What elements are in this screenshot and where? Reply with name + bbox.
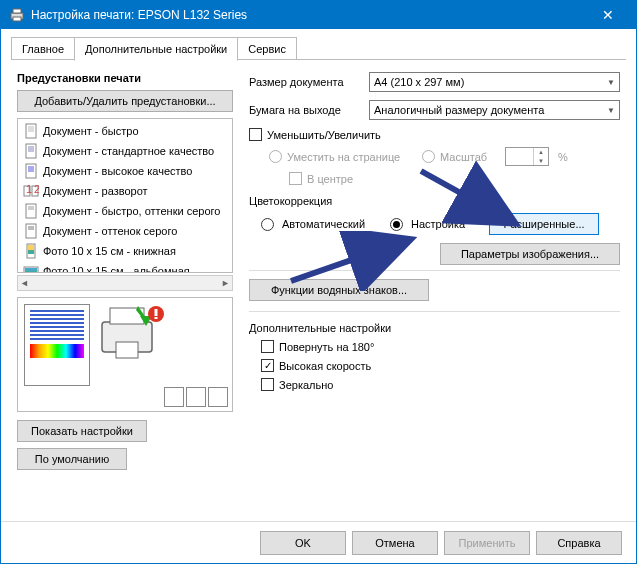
output-paper-select[interactable]: Аналогичный размеру документа▼ bbox=[369, 100, 620, 120]
layout-icon-1[interactable] bbox=[164, 387, 184, 407]
add-remove-presets-button[interactable]: Добавить/Удалить предустановки... bbox=[17, 90, 233, 112]
svg-rect-19 bbox=[26, 204, 36, 218]
show-settings-button[interactable]: Показать настройки bbox=[17, 420, 147, 442]
svg-rect-30 bbox=[25, 271, 37, 273]
scroll-left-icon[interactable]: ◄ bbox=[20, 278, 29, 288]
preset-item[interactable]: Документ - высокое качество bbox=[20, 161, 230, 181]
ok-button[interactable]: OK bbox=[260, 531, 346, 555]
custom-color-radio[interactable] bbox=[390, 218, 403, 231]
layout-icon-3[interactable] bbox=[208, 387, 228, 407]
preset-item[interactable]: Документ - стандартное качество bbox=[20, 141, 230, 161]
doc-size-select[interactable]: A4 (210 x 297 мм)▼ bbox=[369, 72, 620, 92]
photo-landscape-icon bbox=[23, 263, 39, 273]
extra-settings-label: Дополнительные настройки bbox=[249, 322, 620, 334]
preset-item[interactable]: Фото 10 x 15 см - книжная bbox=[20, 241, 230, 261]
reduce-enlarge-checkbox[interactable] bbox=[249, 128, 262, 141]
doc-size-label: Размер документа bbox=[249, 76, 369, 88]
layout-icon-2[interactable] bbox=[186, 387, 206, 407]
svg-rect-37 bbox=[155, 309, 158, 316]
reduce-enlarge-label: Уменьшить/Увеличить bbox=[267, 129, 381, 141]
mirror-checkbox[interactable] bbox=[261, 378, 274, 391]
preset-item[interactable]: Документ - оттенок серого bbox=[20, 221, 230, 241]
photo-portrait-icon bbox=[23, 243, 39, 259]
horizontal-scrollbar[interactable]: ◄► bbox=[17, 275, 233, 291]
svg-rect-38 bbox=[155, 317, 158, 319]
fit-page-radio bbox=[269, 150, 282, 163]
preset-list[interactable]: Документ - быстро Документ - стандартное… bbox=[17, 118, 233, 273]
chevron-down-icon: ▼ bbox=[607, 106, 615, 115]
doc-gray-icon bbox=[23, 203, 39, 219]
svg-rect-2 bbox=[13, 17, 21, 21]
defaults-button[interactable]: По умолчанию bbox=[17, 448, 127, 470]
preset-item[interactable]: 12Документ - разворот bbox=[20, 181, 230, 201]
chevron-down-icon: ▼ bbox=[607, 78, 615, 87]
preset-item[interactable]: Документ - быстро, оттенки серого bbox=[20, 201, 230, 221]
doc-gray-icon bbox=[23, 223, 39, 239]
advanced-button[interactable]: Расширенные... bbox=[489, 213, 599, 235]
apply-button[interactable]: Применить bbox=[444, 531, 530, 555]
document-preview bbox=[24, 304, 90, 386]
preset-item[interactable]: Фото 10 x 15 см - альбомная bbox=[20, 261, 230, 273]
center-checkbox bbox=[289, 172, 302, 185]
scale-input: ▲▼ bbox=[505, 147, 549, 166]
svg-rect-33 bbox=[116, 342, 138, 358]
help-button[interactable]: Справка bbox=[536, 531, 622, 555]
svg-rect-1 bbox=[13, 9, 21, 13]
speed-checkbox[interactable] bbox=[261, 359, 274, 372]
doc-icon bbox=[23, 163, 39, 179]
presets-heading: Предустановки печати bbox=[17, 72, 233, 84]
preview-area bbox=[17, 297, 233, 412]
watermark-button[interactable]: Функции водяных знаков... bbox=[249, 279, 429, 301]
image-params-button[interactable]: Параметры изображения... bbox=[440, 243, 620, 265]
svg-text:2: 2 bbox=[34, 183, 39, 195]
printer-icon bbox=[9, 7, 25, 23]
doc-icon bbox=[23, 123, 39, 139]
window-title: Настройка печати: EPSON L132 Series bbox=[31, 8, 588, 22]
svg-rect-26 bbox=[28, 245, 34, 250]
tab-service[interactable]: Сервис bbox=[237, 37, 297, 60]
scale-radio bbox=[422, 150, 435, 163]
rotate-checkbox[interactable] bbox=[261, 340, 274, 353]
doc-icon bbox=[23, 143, 39, 159]
auto-color-radio[interactable] bbox=[261, 218, 274, 231]
tab-extra[interactable]: Дополнительные настройки bbox=[74, 37, 238, 61]
output-paper-label: Бумага на выходе bbox=[249, 104, 369, 116]
printer-preview-icon bbox=[96, 304, 166, 362]
color-correction-label: Цветокоррекция bbox=[249, 195, 620, 207]
close-button[interactable]: ✕ bbox=[588, 1, 628, 29]
svg-rect-22 bbox=[26, 224, 36, 238]
cancel-button[interactable]: Отмена bbox=[352, 531, 438, 555]
svg-rect-27 bbox=[28, 250, 34, 254]
tab-main[interactable]: Главное bbox=[11, 37, 75, 60]
scroll-right-icon[interactable]: ► bbox=[221, 278, 230, 288]
spread-icon: 12 bbox=[23, 183, 39, 199]
svg-rect-29 bbox=[25, 268, 37, 271]
svg-text:1: 1 bbox=[26, 183, 32, 195]
preset-item[interactable]: Документ - быстро bbox=[20, 121, 230, 141]
